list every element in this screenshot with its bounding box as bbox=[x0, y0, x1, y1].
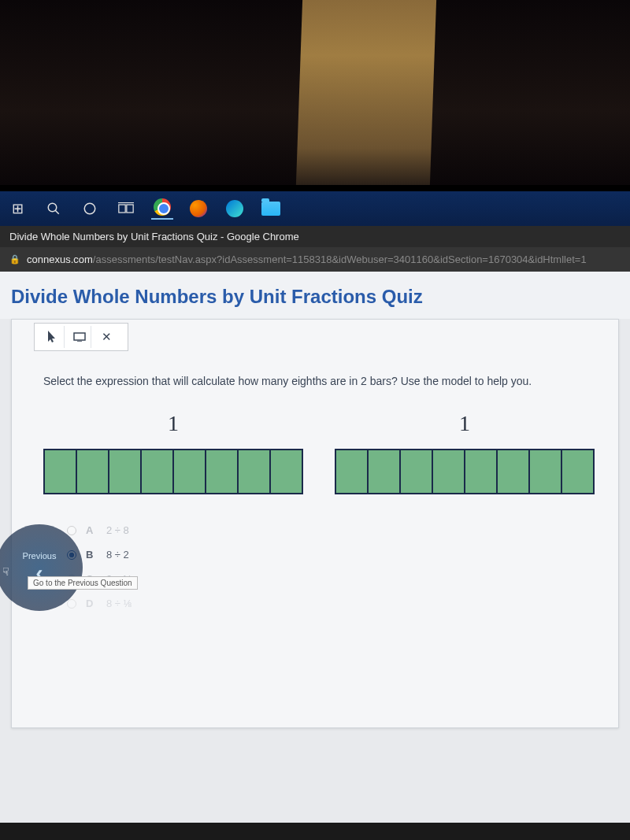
pointer-tool-icon[interactable] bbox=[41, 326, 65, 348]
fraction-bar-1 bbox=[43, 449, 303, 494]
previous-button[interactable]: Previous ‹ ☟ Go to the Previous Question bbox=[0, 524, 83, 611]
radio-icon[interactable] bbox=[67, 526, 76, 535]
radio-icon[interactable] bbox=[67, 599, 76, 609]
svg-rect-3 bbox=[119, 205, 125, 213]
answer-text: 8 ÷ ⅛ bbox=[106, 598, 132, 609]
svg-point-2 bbox=[84, 203, 95, 214]
quiz-panel: ✕ Select the expression that will calcul… bbox=[11, 319, 619, 728]
bar-label-2: 1 bbox=[335, 411, 595, 436]
bar-group-1: 1 bbox=[43, 411, 303, 494]
svg-rect-6 bbox=[74, 333, 85, 340]
svg-point-0 bbox=[48, 203, 57, 212]
bar-segment bbox=[142, 450, 174, 493]
answer-choices: A 2 ÷ 8 B 8 ÷ 2 C 2 ÷ ⅛ bbox=[67, 518, 595, 616]
firefox-icon[interactable] bbox=[187, 198, 209, 220]
answer-choice-a[interactable]: A 2 ÷ 8 bbox=[67, 518, 595, 542]
answer-choice-c[interactable]: C 2 ÷ ⅛ bbox=[67, 567, 595, 591]
answer-choice-b[interactable]: B 8 ÷ 2 bbox=[67, 542, 595, 567]
bar-segment bbox=[77, 450, 109, 493]
search-icon[interactable] bbox=[43, 198, 65, 220]
answer-text: 2 ÷ 8 bbox=[106, 524, 129, 536]
bar-segment bbox=[530, 450, 562, 493]
answer-letter: D bbox=[86, 598, 97, 609]
bar-segment bbox=[336, 450, 369, 493]
task-view-icon[interactable] bbox=[115, 198, 137, 220]
bar-segment bbox=[271, 450, 302, 493]
windows-taskbar[interactable]: ⊞ bbox=[0, 191, 630, 226]
door-light bbox=[296, 0, 436, 185]
svg-line-1 bbox=[55, 210, 59, 214]
bar-segment bbox=[465, 450, 498, 493]
file-explorer-icon[interactable] bbox=[260, 198, 282, 220]
svg-rect-4 bbox=[127, 205, 133, 213]
bar-segment bbox=[498, 450, 530, 493]
bar-segment bbox=[401, 450, 433, 493]
url-text: connexus.com/assessments/testNav.aspx?id… bbox=[27, 253, 587, 265]
fraction-bar-2 bbox=[335, 449, 595, 494]
lock-icon: 🔒 bbox=[9, 254, 20, 265]
page-title: Divide Whole Numbers by Unit Fractions Q… bbox=[0, 272, 630, 319]
quiz-toolbar: ✕ bbox=[34, 323, 128, 351]
page-content: Divide Whole Numbers by Unit Fractions Q… bbox=[0, 272, 630, 823]
answer-choice-d[interactable]: D 8 ÷ ⅛ bbox=[67, 591, 595, 616]
address-bar[interactable]: 🔒 connexus.com/assessments/testNav.aspx?… bbox=[0, 247, 630, 272]
pointer-hand-icon: ☟ bbox=[2, 565, 9, 578]
bar-label-1: 1 bbox=[43, 411, 303, 436]
answer-letter: B bbox=[86, 549, 97, 561]
screen-tool-icon[interactable] bbox=[68, 326, 91, 348]
edge-icon[interactable] bbox=[224, 198, 246, 220]
window-title-bar: Divide Whole Numbers by Unit Fractions Q… bbox=[0, 226, 630, 247]
bar-group-2: 1 bbox=[335, 411, 595, 494]
monitor-screen: ⊞ Divide Whole Numbers by Unit Fractions… bbox=[0, 185, 630, 840]
window-title-text: Divide Whole Numbers by Unit Fractions Q… bbox=[9, 231, 299, 242]
photo-background bbox=[0, 0, 630, 185]
bar-segment bbox=[562, 450, 593, 493]
cortana-icon[interactable] bbox=[79, 198, 101, 220]
previous-tooltip: Go to the Previous Question bbox=[28, 576, 138, 590]
close-tool-icon[interactable]: ✕ bbox=[94, 326, 118, 348]
question-text: Select the expression that will calculat… bbox=[43, 375, 595, 387]
bar-segment bbox=[109, 450, 142, 493]
bar-segment bbox=[174, 450, 206, 493]
bar-segment bbox=[239, 450, 271, 493]
chrome-icon[interactable] bbox=[151, 198, 173, 220]
bar-segment bbox=[369, 450, 401, 493]
fraction-bars: 1 1 bbox=[43, 411, 595, 494]
bar-segment bbox=[206, 450, 239, 493]
answer-text: 8 ÷ 2 bbox=[106, 549, 129, 561]
answer-letter: A bbox=[86, 524, 97, 536]
bar-segment bbox=[45, 450, 77, 493]
previous-label: Previous bbox=[23, 551, 57, 561]
bar-segment bbox=[433, 450, 465, 493]
start-icon[interactable]: ⊞ bbox=[6, 198, 28, 220]
